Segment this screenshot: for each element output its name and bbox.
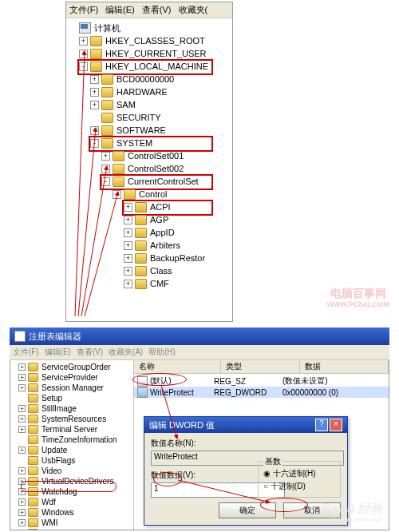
menu-fav[interactable]: 收藏夹( xyxy=(179,5,208,14)
expand-icon[interactable]: + xyxy=(18,374,26,381)
col-data[interactable]: 数据 xyxy=(300,360,389,373)
expand-icon[interactable]: + xyxy=(79,50,88,58)
expand-icon[interactable]: + xyxy=(124,228,132,237)
tree-item[interactable]: +AppID xyxy=(68,226,232,239)
folder-icon xyxy=(28,518,38,527)
close-button[interactable]: × xyxy=(330,419,342,431)
tree-item[interactable]: Setup xyxy=(12,393,133,403)
tree-item[interactable]: +Terminal Server xyxy=(12,424,133,435)
menu-view[interactable]: 查看(V) xyxy=(77,347,103,356)
tree-label: Session Manager xyxy=(41,383,104,393)
expand-icon[interactable]: + xyxy=(18,384,26,391)
tree-item[interactable]: +Windows xyxy=(12,507,133,518)
tree-item[interactable]: UsbFlags xyxy=(12,455,133,466)
expand-icon[interactable]: - xyxy=(113,190,121,199)
registry-tree[interactable]: +ServiceGroupOrder+ServiceProvider+Sessi… xyxy=(10,360,134,530)
folder-icon xyxy=(90,36,102,46)
tree-item[interactable]: -WOW xyxy=(12,528,133,530)
expand-icon[interactable]: + xyxy=(90,88,99,97)
menu-help[interactable]: 帮助(H) xyxy=(148,347,176,356)
ok-button[interactable]: 确定 xyxy=(219,502,276,518)
tree-item[interactable]: -Control xyxy=(68,188,232,200)
menu-file[interactable]: 文件(F) xyxy=(69,5,98,14)
tree-item[interactable]: +AGP xyxy=(68,213,232,226)
tree-item[interactable]: +WMI xyxy=(12,518,133,528)
expand-icon[interactable]: - xyxy=(79,62,88,71)
tree-item[interactable]: +HARDWARE xyxy=(68,85,232,98)
expand-icon[interactable]: + xyxy=(90,101,99,109)
cancel-button[interactable]: 取消 xyxy=(283,502,341,518)
tree-root[interactable]: 计算机 xyxy=(68,22,232,34)
expand-icon[interactable]: + xyxy=(124,267,132,276)
tree-item[interactable]: -HKEY_LOCAL_MACHINE xyxy=(68,60,232,73)
tree-item[interactable]: +Class xyxy=(68,264,232,277)
tree-label: CMF xyxy=(150,277,169,290)
tree-item[interactable]: +Video xyxy=(12,466,133,476)
tree-item[interactable]: +HKEY_CLASSES_ROOT xyxy=(68,34,232,47)
menu-file[interactable]: 文件(F) xyxy=(13,347,39,356)
menu-edit[interactable]: 编辑(E) xyxy=(45,347,71,356)
expand-icon[interactable]: - xyxy=(90,139,99,148)
expand-icon[interactable]: + xyxy=(18,498,26,506)
col-type[interactable]: 类型 xyxy=(221,360,300,373)
expand-icon[interactable]: + xyxy=(101,165,110,173)
dialog-titlebar[interactable]: 编辑 DWORD 值 ? × xyxy=(144,417,347,433)
tree-item[interactable]: +Update xyxy=(12,445,133,455)
expand-icon[interactable]: + xyxy=(18,519,26,526)
tree-item[interactable]: +CMF xyxy=(68,277,232,290)
tree-item[interactable]: +HKEY_CURRENT_USER xyxy=(68,47,232,60)
menu-edit[interactable]: 编辑(E) xyxy=(105,5,135,14)
tree-item[interactable]: -SYSTEM xyxy=(68,137,232,149)
expand-icon[interactable]: + xyxy=(18,488,26,495)
list-row[interactable]: (默认)REG_SZ(数值未设置) xyxy=(134,375,389,387)
tree-item[interactable]: +SOFTWARE xyxy=(68,124,232,137)
col-name[interactable]: 名称 xyxy=(134,360,221,373)
expand-icon[interactable]: + xyxy=(18,405,26,412)
tree-item[interactable]: +ControlSet002 xyxy=(68,162,232,175)
tree-item[interactable]: +ServiceGroupOrder xyxy=(12,362,133,372)
expand-icon[interactable]: + xyxy=(18,363,26,371)
tree-item[interactable]: +VirtualDeviceDrivers xyxy=(12,476,133,486)
tree-item[interactable]: TimeZoneInformation xyxy=(12,435,133,445)
expand-icon[interactable]: + xyxy=(124,216,132,224)
expand-icon[interactable]: + xyxy=(18,447,26,454)
expand-icon[interactable]: + xyxy=(124,241,132,250)
tree-item[interactable]: +SAM xyxy=(68,98,232,111)
radio-dec[interactable]: ○ 十进制(D) xyxy=(263,481,335,492)
tree-item[interactable]: +ACPI xyxy=(68,200,232,213)
value-type: REG_DWORD xyxy=(214,388,282,397)
list-body[interactable]: (默认)REG_SZ(数值未设置)WriteProtectREG_DWORD0x… xyxy=(134,374,389,399)
tree-item[interactable]: +Wdf xyxy=(12,497,133,507)
registry-tree[interactable]: 计算机 +HKEY_CLASSES_ROOT+HKEY_CURRENT_USER… xyxy=(66,18,232,290)
expand-icon[interactable]: + xyxy=(18,415,26,423)
expand-icon[interactable]: + xyxy=(90,75,99,84)
expand-icon[interactable]: + xyxy=(18,478,26,485)
expand-icon[interactable]: + xyxy=(90,126,99,135)
expand-icon[interactable]: + xyxy=(124,203,132,212)
list-row[interactable]: WriteProtectREG_DWORD0x00000000 (0) xyxy=(134,387,389,398)
expand-icon[interactable]: + xyxy=(124,280,132,288)
expand-icon[interactable]: - xyxy=(101,177,110,186)
tree-item[interactable]: +StillImage xyxy=(12,403,133,414)
expand-icon[interactable]: + xyxy=(79,37,88,46)
tree-label: SYSTEM xyxy=(117,137,152,149)
radio-hex[interactable]: ◉ 十六进制(H) xyxy=(263,468,335,479)
menu-fav[interactable]: 收藏夹(A) xyxy=(109,347,143,356)
tree-item[interactable]: +Arbiters xyxy=(68,239,232,252)
tree-item[interactable]: +Watchdog xyxy=(12,486,133,497)
expand-icon[interactable]: + xyxy=(101,152,110,161)
expand-icon[interactable]: + xyxy=(124,254,132,263)
tree-item[interactable]: +BCD00000000 xyxy=(68,73,232,85)
expand-icon[interactable]: + xyxy=(18,509,26,516)
tree-item[interactable]: +ControlSet001 xyxy=(68,149,232,162)
tree-item[interactable]: +SystemResources xyxy=(12,414,133,424)
help-button[interactable]: ? xyxy=(315,419,328,431)
tree-item[interactable]: +Session Manager xyxy=(12,383,133,393)
expand-icon[interactable]: + xyxy=(18,426,26,433)
tree-item[interactable]: +ServiceProvider xyxy=(12,372,133,383)
tree-item[interactable]: -CurrentControlSet xyxy=(68,175,232,188)
tree-item[interactable]: +BackupRestor xyxy=(68,252,232,264)
expand-icon[interactable]: + xyxy=(18,467,26,474)
menu-view[interactable]: 查看(V) xyxy=(142,5,172,14)
tree-item[interactable]: SECURITY xyxy=(68,111,232,124)
